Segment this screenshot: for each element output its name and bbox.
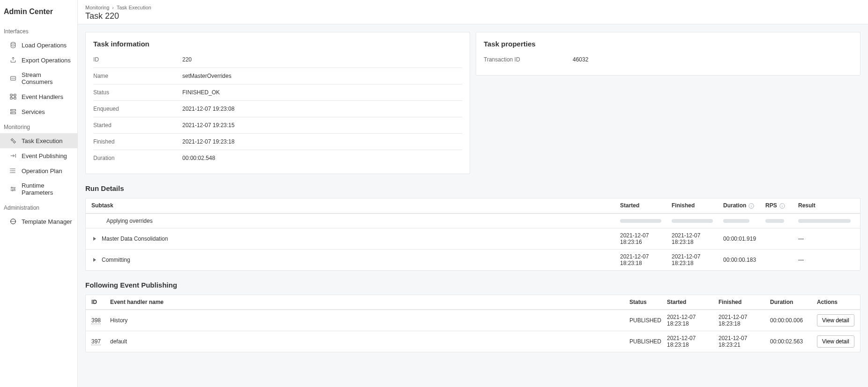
chevron-right-icon: › <box>112 5 113 10</box>
view-detail-button[interactable]: View detail <box>817 335 854 348</box>
sidebar-item-stream-consumers[interactable]: Stream Consumers <box>0 68 77 89</box>
app-title: Admin Center <box>0 8 77 23</box>
started-cell: 2021-12-07 18:23:18 <box>620 253 672 266</box>
breadcrumb-item[interactable]: Task Execution <box>117 5 151 10</box>
task-info-row: Duration00:00:02.548 <box>93 150 462 166</box>
plan-icon <box>9 167 17 175</box>
template-icon <box>9 218 17 225</box>
handlers-icon <box>9 93 17 100</box>
col-subtask: Subtask <box>91 202 620 209</box>
sidebar-item-load-operations[interactable]: Load Operations <box>0 38 77 53</box>
col-name: Event handler name <box>110 299 629 305</box>
finished-cell: 2021-12-07 18:23:18 <box>672 232 723 245</box>
view-detail-button[interactable]: View detail <box>817 314 854 326</box>
expand-icon[interactable] <box>91 257 98 263</box>
expand-icon[interactable] <box>91 235 98 242</box>
sidebar-item-label: Export Operations <box>22 57 71 64</box>
load-icon <box>9 41 17 49</box>
event-duration-cell: 00:00:00.006 <box>770 317 817 324</box>
col-duration: Duration <box>723 202 765 209</box>
task-info-row: ID220 <box>93 52 462 68</box>
run-details-row: Committing2021-12-07 18:23:182021-12-07 … <box>86 249 860 270</box>
sidebar-item-label: Event Publishing <box>22 152 67 159</box>
task-info-value: 2021-12-07 19:23:08 <box>182 106 462 112</box>
skeleton-bar <box>765 219 784 223</box>
task-props-value: 46032 <box>573 56 853 63</box>
task-info-value: 00:00:02.548 <box>182 155 462 161</box>
event-id-link[interactable]: 397 <box>91 338 101 345</box>
svg-point-16 <box>14 189 15 190</box>
run-details-table: SubtaskStartedFinishedDurationRPSResultA… <box>85 198 861 271</box>
sidebar-item-event-handlers[interactable]: Event Handlers <box>0 89 77 104</box>
sidebar-item-event-publishing[interactable]: Event Publishing <box>0 148 77 163</box>
event-publishing-row: 397defaultPUBLISHED2021-12-07 18:23:1820… <box>86 331 860 352</box>
sidebar-item-label: Load Operations <box>22 42 67 49</box>
task-info-value: FINISHED_OK <box>182 89 462 96</box>
breadcrumb-item[interactable]: Monitoring <box>85 5 109 10</box>
skeleton-bar <box>723 219 749 223</box>
event-status-cell: PUBLISHED <box>629 338 667 345</box>
col-finished: Finished <box>718 299 770 305</box>
task-info-row: NamesetMasterOverrides <box>93 68 462 84</box>
event-publishing-table: IDEvent handler nameStatusStartedFinishe… <box>85 295 861 352</box>
col-status: Status <box>629 299 667 305</box>
svg-rect-3 <box>14 94 16 96</box>
col-finished: Finished <box>672 202 723 209</box>
event-finished-cell: 2021-12-07 18:23:18 <box>718 314 770 327</box>
sidebar-item-template-manager[interactable]: Template Manager <box>0 214 77 229</box>
info-icon[interactable] <box>748 203 755 209</box>
sidebar-item-label: Services <box>22 108 45 115</box>
sidebar-section-label: Administration <box>0 200 77 214</box>
event-finished-cell: 2021-12-07 18:23:21 <box>718 335 770 348</box>
task-info-row: Finished2021-12-07 19:23:18 <box>93 134 462 150</box>
task-properties-card: Task properties Transaction ID46032 <box>476 32 861 76</box>
publish-icon <box>9 152 17 159</box>
col-actions: Actions <box>817 299 854 305</box>
col-rps: RPS <box>765 202 798 209</box>
task-info-key: Name <box>93 73 182 79</box>
run-details-row: Applying overrides <box>86 213 860 228</box>
task-info-value: 220 <box>182 56 462 63</box>
result-cell: — <box>798 235 854 242</box>
col-started: Started <box>667 299 718 305</box>
event-name-cell: History <box>110 317 629 324</box>
sidebar-item-label: Operation Plan <box>22 167 62 175</box>
event-id-link[interactable]: 398 <box>91 317 101 324</box>
sidebar-item-task-execution[interactable]: Task Execution <box>0 133 77 148</box>
task-info-value: 2021-12-07 19:23:15 <box>182 122 462 129</box>
event-publishing-header: IDEvent handler nameStatusStartedFinishe… <box>86 295 860 310</box>
sidebar-item-services[interactable]: Services <box>0 104 77 119</box>
duration-cell: 00:00:00.183 <box>723 257 765 263</box>
run-details-title: Run Details <box>85 184 861 192</box>
svg-point-8 <box>12 110 12 111</box>
sidebar-item-export-operations[interactable]: Export Operations <box>0 53 77 68</box>
stream-icon <box>9 75 17 82</box>
col-id: ID <box>91 299 110 305</box>
task-info-value: setMasterOverrides <box>182 73 462 79</box>
col-started: Started <box>620 202 672 209</box>
svg-rect-7 <box>11 112 16 114</box>
started-cell: 2021-12-07 18:23:16 <box>620 232 672 245</box>
export-icon <box>9 56 17 64</box>
main-content: Task information ID220NamesetMasterOverr… <box>78 24 868 387</box>
subtask-name: Applying overrides <box>106 218 153 224</box>
info-icon[interactable] <box>779 203 786 209</box>
sidebar-item-label: Task Execution <box>22 137 62 144</box>
svg-point-0 <box>11 42 15 44</box>
col-result: Result <box>798 202 854 209</box>
task-info-key: Finished <box>93 138 182 145</box>
task-info-value: 2021-12-07 19:23:18 <box>182 138 462 145</box>
run-details-row: Master Data Consolidation2021-12-07 18:2… <box>86 228 860 249</box>
svg-point-10 <box>11 139 13 141</box>
svg-point-9 <box>12 113 12 114</box>
task-props-row: Transaction ID46032 <box>484 52 853 68</box>
sidebar-item-runtime-parameters[interactable]: Runtime Parameters <box>0 178 77 200</box>
task-info-row: Enqueued2021-12-07 19:23:08 <box>93 101 462 117</box>
task-props-key: Transaction ID <box>484 56 573 63</box>
task-info-row: Started2021-12-07 19:23:15 <box>93 117 462 134</box>
task-info-key: ID <box>93 56 182 63</box>
duration-cell: 00:00:01.919 <box>723 235 765 242</box>
task-info-row: StatusFINISHED_OK <box>93 84 462 101</box>
sidebar-item-operation-plan[interactable]: Operation Plan <box>0 163 77 178</box>
svg-point-13 <box>10 171 11 171</box>
